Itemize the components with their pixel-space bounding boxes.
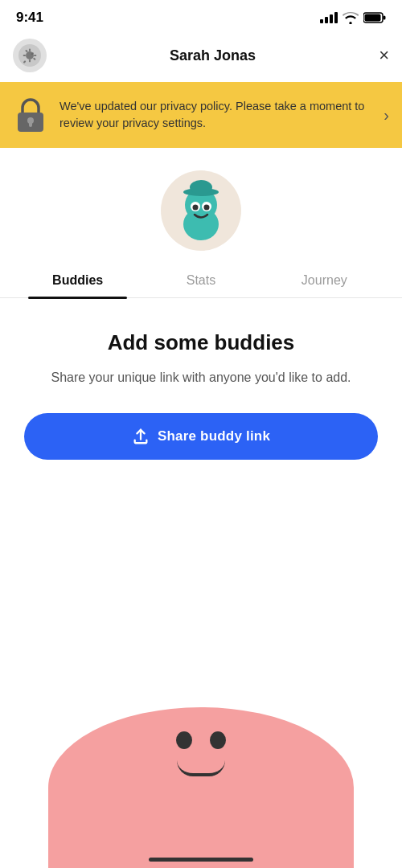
privacy-chevron-icon: › xyxy=(384,106,389,125)
svg-rect-6 xyxy=(29,59,31,63)
svg-point-23 xyxy=(204,205,210,211)
pink-blob xyxy=(48,707,354,868)
privacy-banner[interactable]: We've updated our privacy policy. Please… xyxy=(0,82,402,148)
tab-journey[interactable]: Journey xyxy=(263,265,386,297)
svg-rect-15 xyxy=(29,121,32,127)
content-subtitle: Share your unique link with anyone you'd… xyxy=(24,368,378,387)
battery-icon xyxy=(363,12,386,23)
blob-smile xyxy=(177,760,225,776)
main-content: Add some buddies Share your unique link … xyxy=(0,298,402,484)
close-button[interactable]: × xyxy=(379,47,389,64)
svg-rect-7 xyxy=(23,55,26,56)
signal-icon xyxy=(320,12,338,23)
character-avatar-svg xyxy=(165,174,237,247)
svg-rect-2 xyxy=(365,14,381,22)
settings-gear-icon xyxy=(18,44,41,67)
tab-stats[interactable]: Stats xyxy=(139,265,262,297)
share-buddy-link-button[interactable]: Share buddy link xyxy=(24,413,378,460)
profile-avatar-section xyxy=(0,148,402,265)
bottom-character xyxy=(0,707,402,868)
blob-eye-right xyxy=(210,731,226,749)
svg-rect-8 xyxy=(34,55,37,56)
blob-eye-left xyxy=(176,731,192,749)
svg-point-22 xyxy=(193,205,199,211)
status-bar: 9:41 xyxy=(0,0,402,32)
header: Sarah Jonas × xyxy=(0,32,402,82)
privacy-text: We've updated our privacy policy. Please… xyxy=(59,98,372,132)
avatar[interactable] xyxy=(13,39,47,72)
content-title: Add some buddies xyxy=(24,330,378,355)
svg-rect-5 xyxy=(29,49,31,52)
lock-icon xyxy=(13,93,48,137)
blob-eyes xyxy=(176,731,226,749)
blob-face xyxy=(176,731,226,776)
profile-avatar xyxy=(161,170,241,251)
status-icons xyxy=(320,12,386,24)
tab-buddies[interactable]: Buddies xyxy=(16,265,139,297)
wifi-icon xyxy=(343,12,359,24)
svg-rect-1 xyxy=(384,16,386,20)
header-title: Sarah Jonas xyxy=(170,47,256,64)
tab-bar: Buddies Stats Journey xyxy=(0,265,402,298)
svg-point-19 xyxy=(190,180,212,194)
status-time: 9:41 xyxy=(16,10,43,26)
share-icon xyxy=(132,428,150,445)
home-indicator xyxy=(149,858,253,862)
